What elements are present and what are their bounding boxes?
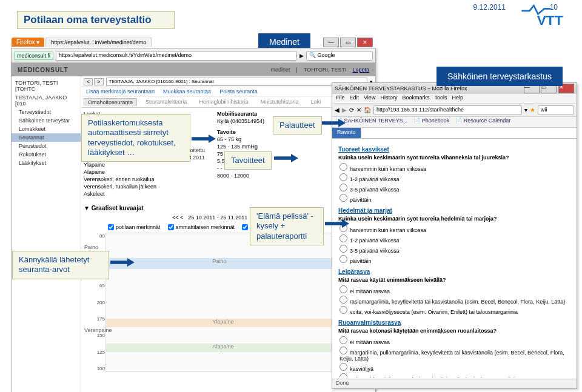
minimize-button[interactable]: — [323, 38, 339, 47]
stop-icon[interactable]: ✕ [356, 107, 361, 113]
callout-transfer: Potilaskertomuksesta automaattisesti sii… [81, 114, 190, 162]
tab[interactable]: Loki [307, 98, 325, 106]
menu-file[interactable]: File [336, 95, 345, 102]
radio-option[interactable]: ei mitään rasvaa [340, 336, 570, 346]
maximize-button[interactable]: ▭ [340, 38, 356, 47]
home-icon[interactable]: 🏠 [364, 107, 371, 113]
submenu-item[interactable]: Poista seuranta [219, 88, 258, 95]
sidebar-item[interactable]: TOHTORI, TESTI [TOHTC [12, 79, 81, 93]
radio-option[interactable]: voita, voi-kasviöljyseosta (esim. Oivari… [340, 373, 570, 377]
tab[interactable]: Seurantakriteeria [142, 98, 191, 106]
chart-prev[interactable]: << < [172, 214, 183, 221]
tab[interactable]: Hemoglobiinihistoria [196, 98, 252, 106]
submenu-item[interactable]: Lisää merkintöjä seurantaan [86, 88, 155, 95]
nav-back[interactable]: < [84, 78, 93, 85]
address-bar: mediconsult.fi https://epalvelut.medicon… [12, 48, 375, 63]
logout-link[interactable]: Lopeta [352, 67, 369, 73]
radio-option[interactable]: 1-2 päivänä viikossa [340, 234, 570, 244]
menu-help[interactable]: Help [452, 95, 463, 102]
brand-logo: MEDICONSULT [18, 67, 69, 73]
url-input[interactable]: https://epalvelut.mediconsult.fi/YdinWeb… [56, 51, 297, 61]
sidebar-item[interactable]: Terveystiedot [12, 108, 81, 116]
sidebar-item[interactable]: Lomakkeet [12, 125, 81, 133]
firefox-button[interactable]: Firefox ▾ [12, 38, 44, 47]
slide-date: 9.12.2011 [473, 3, 506, 12]
patient-dropdown[interactable]: TESTAAJA, JAAKKO [010160-9001] : Seurann… [106, 78, 367, 86]
menu-tools[interactable]: Tools [434, 95, 447, 102]
callout-goals: Tavoitteet [224, 151, 272, 170]
radio-option[interactable]: 3-5 päivänä viikossa [340, 244, 570, 254]
callout-feedback: Palautteet [273, 116, 322, 135]
search-input[interactable]: wii [538, 105, 574, 115]
question-text: Mitä rasvaa käytät enimmäkseen leivällä? [338, 277, 570, 283]
sidebar: TOHTORI, TESTI [TOHTC TESTAAJA, JAAKKO [… [12, 76, 81, 392]
bookmark-item[interactable]: 📄 SÄHKÖINEN TERVEYS... [336, 118, 407, 127]
sidebar-item-selected[interactable]: Seurannat [12, 133, 81, 142]
nav-fwd[interactable]: > [94, 78, 103, 85]
sidebar-item[interactable]: Rokotukset [12, 150, 81, 159]
health-check-label: Sähköinen terveystarkastus [436, 67, 563, 86]
sidebar-item[interactable]: Lääkitykset [12, 159, 81, 167]
question-text: Mitä rasvaa kotonasi käytetään enimmäkse… [338, 328, 570, 334]
sidebar-item[interactable]: TESTAAJA, JAAKKO [010 [12, 93, 81, 108]
section-title: Hedelmät ja marjat [338, 207, 570, 214]
section-title: Ruoanvalmistusrasva [338, 319, 570, 326]
menu-bookmarks[interactable]: Bookmarks [402, 95, 429, 102]
chart-range: 25.10.2011 - 25.11.2011 [188, 214, 247, 221]
slide-title-box: Potilaan oma terveystaltio [17, 11, 175, 29]
site-identity[interactable]: mediconsult.fi [14, 51, 53, 60]
bookmark-item[interactable]: 📄 Resource Calendar [455, 118, 510, 127]
radio-option[interactable]: margariinia, pullomargariinia, kevytlevi… [340, 346, 570, 362]
submenu-item[interactable]: Muokkaa seurantaa [163, 88, 211, 95]
radio-option[interactable]: päivittäin [340, 254, 570, 265]
reload-icon[interactable]: ⟳ [349, 107, 354, 113]
radio-option[interactable]: 1-2 päivänä viikossa [340, 173, 570, 183]
header-user: TOHTORI, TESTI [304, 67, 347, 73]
radio-option[interactable]: kasviöljyä [340, 362, 570, 373]
search-input[interactable]: 🔍 Google [306, 51, 373, 61]
content-tab[interactable]: Ravinto [332, 128, 361, 138]
sidebar-item[interactable]: Sähköinen terveystar [12, 116, 81, 125]
callout-survey: 'Elämä pelissä' -kysely + palauteraportt… [250, 207, 324, 245]
vtt-logo: VTT [519, 0, 577, 30]
browser-tab[interactable]: https://epalvelut…inWeb/medinet/demo [45, 38, 152, 47]
radio-option[interactable]: voita, voi-kasviöljyseosta (esim. Oivari… [340, 305, 570, 316]
radio-option[interactable]: päivittäin [340, 193, 570, 204]
callout-mobile: Kännykällä lähetetyt seuranta-arvot [12, 251, 109, 279]
go-icon[interactable]: ▶ [299, 53, 304, 59]
url-input[interactable]: http://193.166.33.112/star/healthche [373, 105, 522, 115]
health-check-browser-window: SÄHKÖINEN TERVEYSTARKASTUS – Mozilla Fir… [332, 82, 577, 389]
radio-option[interactable]: ei mitään rasvaa [340, 285, 570, 295]
menu-history[interactable]: History [380, 95, 397, 102]
sidebar-item[interactable]: Perustiedot [12, 142, 81, 150]
section-title: Leipärasva [338, 268, 570, 275]
menu-edit[interactable]: Edit [350, 95, 360, 102]
radio-option[interactable]: harvemmin kuin kerran viikossa [340, 224, 570, 234]
radio-option[interactable]: rasiamargariinia, kevytlevitettä tai kas… [340, 295, 570, 305]
questionnaire-body: Tuoreet kasvikset Kuinka usein keskimäär… [332, 139, 577, 377]
nav-back-icon[interactable]: ◀ [335, 107, 340, 113]
svg-text:VTT: VTT [537, 12, 563, 28]
radio-option[interactable]: 3-5 päivänä viikossa [340, 183, 570, 193]
status-bar: Done [332, 379, 577, 388]
section-title: Tuoreet kasvikset [338, 146, 570, 153]
question-text: Kuinka usein keskimäärin syöt tuoreita v… [338, 154, 570, 161]
checkbox-patient[interactable]: potilaan merkinnät [108, 224, 161, 230]
question-text: Kuinka usein keskimäärin syöt tuoreita h… [338, 216, 570, 222]
bookmark-item[interactable]: 📄 Phonebook [413, 118, 449, 127]
menu-view[interactable]: View [364, 95, 375, 102]
tab-active[interactable]: Omahoitoseuranta [84, 98, 137, 106]
slide-title: Potilaan oma terveystaltio [24, 14, 152, 26]
mediconsult-header: MEDICONSULT medinet | TOHTORI, TESTI Lop… [12, 63, 375, 76]
header-link-medinet[interactable]: medinet [271, 67, 290, 73]
close-button[interactable]: ✕ [357, 38, 373, 47]
nav-fwd-icon[interactable]: ▶ [342, 107, 347, 113]
chart-section-title[interactable]: ▼ Graafiset kuvaajat [84, 205, 373, 211]
tab[interactable]: Muistutehistoria [257, 98, 303, 106]
series-verenpaine: Verenpaine [84, 327, 112, 333]
radio-option[interactable]: harvemmin kuin kerran viikossa [340, 162, 570, 173]
menu-bar: File Edit View History Bookmarks Tools H… [332, 94, 577, 104]
checkbox-pro[interactable]: ammattilaisen merkinnät [168, 224, 235, 230]
series-paino: Paino [84, 244, 98, 250]
window-title: SÄHKÖINEN TERVEYSTARKASTUS – Mozilla Fir… [335, 85, 467, 91]
